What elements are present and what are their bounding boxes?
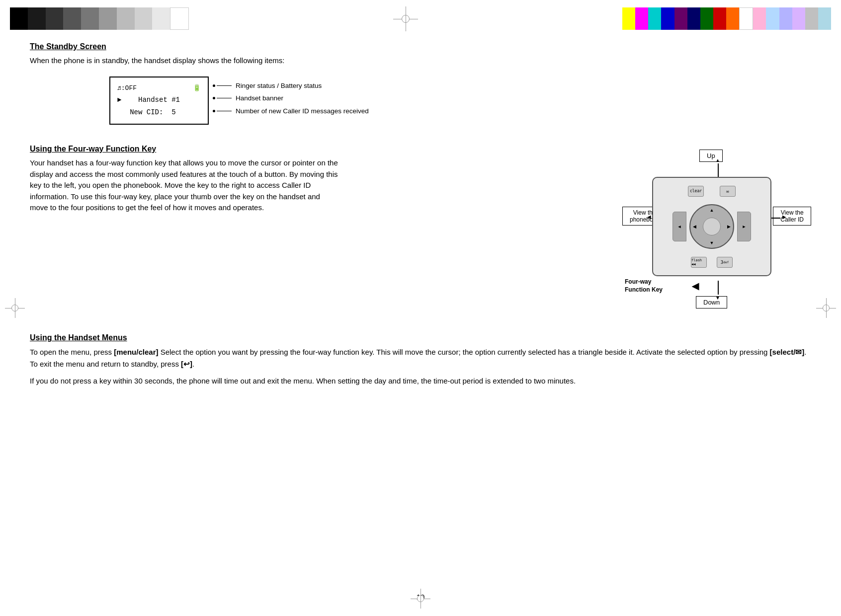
menu-clear-key-ref: [menu/clear] [114,348,158,356]
fourway-func-label: Four-wayFunction Key ◀ [625,278,663,294]
color-strip-left [10,7,189,30]
menus-para2: If you do not press a key within 30 seco… [30,375,811,387]
nav-ring[interactable]: ▲ ▼ ◀ ▶ [689,204,734,249]
swatch [81,7,99,30]
menus-title: Using the Handset Menus [30,333,811,342]
flash-key[interactable]: flash ◀◀ [691,257,707,268]
crosshair-circle [417,595,424,602]
section-fourway: Using the Four-way Function Key Your han… [30,145,811,308]
fourway-diagram: Up Down View thephonebook View theCaller… [622,150,811,308]
swatch [10,7,28,30]
right-nav-key[interactable]: ▶ [737,212,751,241]
display-row3: New CID: 5 [117,106,201,119]
envelope-key[interactable]: ✉ [720,186,736,197]
label-cid: Number of new Caller ID messages receive… [213,106,369,117]
swatch [170,7,189,30]
swatch [63,7,81,30]
swatch [648,7,661,30]
crosshair-right [816,298,836,318]
swatch [152,7,170,30]
swatch [46,7,64,30]
arrow-up-connector [718,163,719,177]
keypad-top-row: clear ✉ [688,186,736,197]
connector-dot [213,84,215,87]
select-key-ref: [select/✉] [770,348,805,356]
swatch [117,7,135,30]
nav-center[interactable] [703,218,721,235]
standby-title: The Standby Screen [30,42,811,51]
fourway-text: Using the Four-way Function Key Your han… [30,145,338,221]
dir-down-label: Down [696,296,727,308]
label-ringer: Ringer status / Battery status [213,80,369,91]
color-strip-right [622,7,831,30]
display-row2: ► Handset #1 [117,94,201,106]
swatch [700,7,713,30]
swatch [805,7,818,30]
ringer-status-icon: ♬:OFF [117,82,137,94]
standby-body: When the phone is in standby, the handse… [30,55,811,67]
swatch [779,7,792,30]
connector-dot [213,97,215,99]
swatch [674,7,687,30]
crosshair-circle [11,305,18,311]
crosshair-top [393,6,418,31]
three-key[interactable]: 3def [717,257,733,268]
connector-dot [213,110,215,112]
main-content: The Standby Screen When the phone is in … [30,42,811,586]
swatch [622,7,635,30]
fourway-body: Your handset has a four-way function key… [30,157,338,214]
display-row1: ♬:OFF 🔋 [117,82,201,94]
connector-line [217,98,232,98]
clear-key[interactable]: clear [688,186,704,197]
swatch [28,7,46,30]
arrow-down-connector [718,281,719,295]
swatch [753,7,766,30]
connector-line [217,85,232,86]
display-area: ♬:OFF 🔋 ► Handset #1 New CID: 5 Ringer s… [109,77,811,125]
crosshair-circle [402,15,410,23]
swatch [713,7,726,30]
dir-right-label: View theCaller ID [773,207,811,226]
connector-line [217,111,232,111]
swatch [766,7,779,30]
swatch [818,7,831,30]
keypad-bottom-row: flash ◀◀ 3def [691,257,733,268]
menus-para1: To open the menu, press [menu/clear] Sel… [30,346,811,370]
display-screen: ♬:OFF 🔋 ► Handset #1 New CID: 5 [109,77,209,125]
section-menus: Using the Handset Menus To open the menu… [30,333,811,387]
back-key-ref: [↩] [181,360,192,368]
crosshair-bottom [411,589,430,609]
swatch [726,7,739,30]
swatch [99,7,117,30]
fourway-title: Using the Four-way Function Key [30,145,338,154]
swatch [687,7,700,30]
diagram-container: Up Down View thephonebook View theCaller… [622,150,811,308]
display-labels: Ringer status / Battery status Handset b… [213,77,369,123]
label-handset: Handset banner [213,93,369,104]
swatch [661,7,674,30]
crosshair-left [5,298,25,318]
section-standby: The Standby Screen When the phone is in … [30,42,811,125]
swatch [792,7,805,30]
left-nav-key[interactable]: ◀ [673,212,686,241]
crosshair-circle [823,305,830,311]
keypad-nav-row: ◀ ▲ ▼ ◀ ▶ ▶ [673,204,751,249]
keypad-visual: clear ✉ ◀ ▲ ▼ ◀ ▶ ▶ [652,177,771,276]
top-bar [0,0,841,37]
swatch [635,7,648,30]
swatch [135,7,153,30]
swatch [739,7,753,30]
battery-icon: 🔋 [193,82,201,94]
